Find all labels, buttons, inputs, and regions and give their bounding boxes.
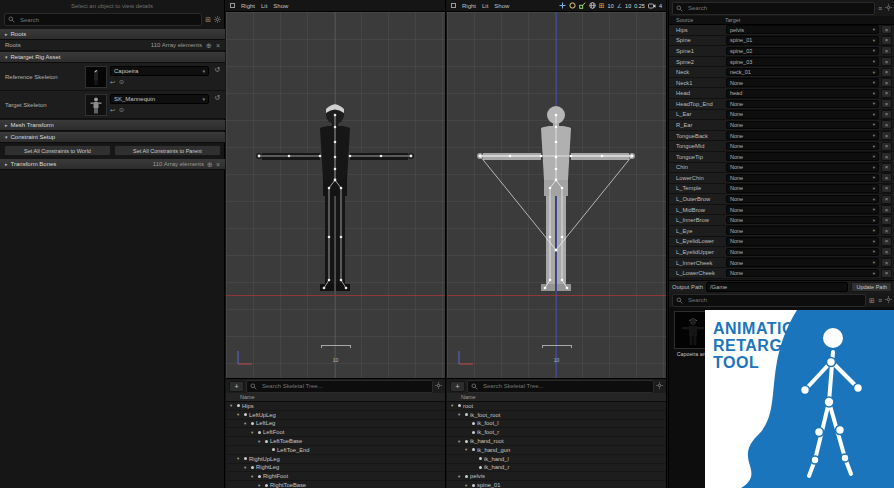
target-bone-combo[interactable]: None ▾ — [726, 248, 879, 257]
clear-mapping-button[interactable]: × — [881, 205, 892, 214]
tree-row[interactable]: root — [447, 402, 666, 411]
camera-speed-icon[interactable] — [648, 3, 656, 9]
clear-mapping-button[interactable]: × — [881, 110, 892, 119]
clear-mapping-button[interactable]: × — [881, 173, 892, 182]
grid-snap-value[interactable]: 10 — [608, 3, 614, 9]
clear-mapping-button[interactable]: × — [881, 163, 892, 172]
add-element-icon[interactable]: ⊕ — [207, 161, 213, 168]
tree-row[interactable]: ik_hand_l — [447, 455, 666, 464]
clear-mapping-button[interactable]: × — [881, 99, 892, 108]
target-bone-combo[interactable]: None ▾ — [726, 78, 879, 87]
expand-arrow-icon[interactable] — [458, 439, 463, 444]
clear-mapping-button[interactable]: × — [881, 78, 892, 87]
camera-speed-value[interactable]: 4 — [659, 3, 662, 9]
target-bone-combo[interactable]: spine_02 ▾ — [726, 47, 879, 56]
settings-icon[interactable] — [885, 296, 892, 304]
details-search-input[interactable] — [18, 16, 198, 24]
grid-view-icon[interactable]: ⊞ — [869, 297, 875, 304]
add-element-icon[interactable]: ⊕ — [206, 42, 212, 49]
clear-mapping-button[interactable]: × — [881, 152, 892, 161]
expand-arrow-icon[interactable] — [244, 465, 249, 470]
clear-mapping-button[interactable]: × — [881, 216, 892, 225]
expand-arrow-icon[interactable] — [251, 430, 256, 435]
target-bone-combo[interactable]: None ▾ — [726, 142, 879, 151]
clear-mapping-button[interactable]: × — [881, 247, 892, 256]
tree-row[interactable]: RightFoot — [226, 472, 445, 481]
section-constraint-setup[interactable]: ▾ Constraint Setup — [0, 132, 225, 143]
viewport-target[interactable]: Right Lit Show ⊞ 10 ∠ 10 0.25 4 — [447, 0, 667, 378]
target-bone-combo[interactable]: neck_01 ▾ — [726, 68, 879, 77]
expand-arrow-icon[interactable] — [258, 483, 263, 488]
view-mode-button[interactable]: Right — [241, 3, 255, 9]
target-bone-combo[interactable]: None ▾ — [726, 174, 879, 183]
clear-mapping-button[interactable]: × — [881, 184, 892, 193]
target-bone-combo[interactable]: None ▾ — [726, 163, 879, 172]
target-bone-combo[interactable]: None ▾ — [726, 226, 879, 235]
tree-row[interactable]: LeftToe_End — [226, 446, 445, 455]
reset-to-default-icon[interactable]: ↺ — [214, 94, 220, 102]
asset-browser-search-box[interactable] — [672, 294, 866, 307]
show-menu-button[interactable]: Show — [273, 3, 288, 9]
expand-arrow-icon[interactable] — [258, 439, 263, 444]
use-selected-asset-icon[interactable]: ↩ — [110, 78, 115, 85]
clear-mapping-button[interactable]: × — [881, 68, 892, 77]
mapping-search-input[interactable] — [686, 4, 871, 12]
move-tool-icon[interactable] — [559, 2, 566, 9]
browse-to-asset-icon[interactable]: ⊙ — [119, 106, 124, 113]
target-bone-combo[interactable]: None ▾ — [726, 216, 879, 225]
target-bone-combo[interactable]: None ▾ — [726, 110, 879, 119]
view-mode-button[interactable]: Right — [462, 3, 476, 9]
tree-row[interactable]: pelvis — [447, 472, 666, 481]
clear-mapping-button[interactable]: × — [881, 195, 892, 204]
tree-settings-icon[interactable] — [435, 382, 442, 390]
target-bone-combo[interactable]: None ▾ — [726, 131, 879, 140]
clear-mapping-button[interactable]: × — [881, 120, 892, 129]
target-bone-combo[interactable]: None ▾ — [726, 100, 879, 109]
target-bone-combo[interactable]: pelvis ▾ — [726, 25, 879, 34]
clear-mapping-button[interactable]: × — [881, 89, 892, 98]
tree-row[interactable]: ik_foot_root — [447, 411, 666, 420]
rotate-tool-icon[interactable] — [569, 2, 576, 9]
tree-row[interactable]: ik_hand_r — [447, 464, 666, 473]
filter-icon[interactable]: ≡ — [878, 5, 882, 12]
clear-array-icon[interactable]: × — [216, 161, 220, 168]
clear-mapping-button[interactable]: × — [881, 269, 892, 278]
tree-row[interactable]: RightUpLeg — [226, 455, 445, 464]
lit-mode-button[interactable]: Lit — [261, 3, 267, 9]
add-bone-button[interactable]: + — [450, 381, 465, 392]
tree-row[interactable]: LeftFoot — [226, 428, 445, 437]
target-skeleton-combo[interactable]: SK_Mannequin ▾ — [110, 94, 209, 104]
expand-arrow-icon[interactable] — [244, 421, 249, 426]
clear-mapping-button[interactable]: × — [881, 258, 892, 267]
character-mannequin[interactable] — [447, 12, 667, 378]
clear-mapping-button[interactable]: × — [881, 36, 892, 45]
clear-mapping-button[interactable]: × — [881, 25, 892, 34]
settings-icon[interactable] — [214, 16, 221, 24]
grid-view-icon[interactable]: ⊞ — [205, 16, 211, 23]
target-skeleton-thumbnail[interactable] — [85, 94, 107, 116]
expand-arrow-icon[interactable] — [237, 456, 242, 461]
reference-skeleton-thumbnail[interactable] — [85, 66, 107, 88]
show-menu-button[interactable]: Show — [494, 3, 509, 9]
rotation-snap-icon[interactable]: ∠ — [617, 3, 622, 9]
target-bone-combo[interactable]: None ▾ — [726, 205, 879, 214]
tree-row[interactable]: LeftUpLeg — [226, 411, 445, 420]
section-retarget-rig-asset[interactable]: ▾ Retarget Rig Asset — [0, 52, 225, 63]
clear-mapping-button[interactable]: × — [881, 142, 892, 151]
tree-row[interactable]: LeftLeg — [226, 420, 445, 429]
rotation-snap-value[interactable]: 10 — [625, 3, 631, 9]
viewport-menu-icon[interactable] — [451, 3, 456, 8]
tree-row[interactable]: Hips — [226, 402, 445, 411]
world-space-icon[interactable] — [589, 2, 596, 9]
clear-mapping-button[interactable]: × — [881, 57, 892, 66]
lit-mode-button[interactable]: Lit — [482, 3, 488, 9]
section-transform-bones[interactable]: ▸ Transform Bones 110 Array elements ⊕ × — [0, 159, 225, 170]
tree-row[interactable]: RightToeBase — [226, 481, 445, 488]
clear-array-icon[interactable]: × — [216, 42, 220, 49]
asset-browser-search-input[interactable] — [686, 296, 862, 304]
add-bone-button[interactable]: + — [229, 381, 244, 392]
character-capoeira[interactable] — [226, 12, 446, 378]
expand-arrow-icon[interactable] — [465, 447, 470, 452]
tree-row[interactable]: ik_foot_l — [447, 420, 666, 429]
expand-arrow-icon[interactable] — [230, 403, 235, 408]
